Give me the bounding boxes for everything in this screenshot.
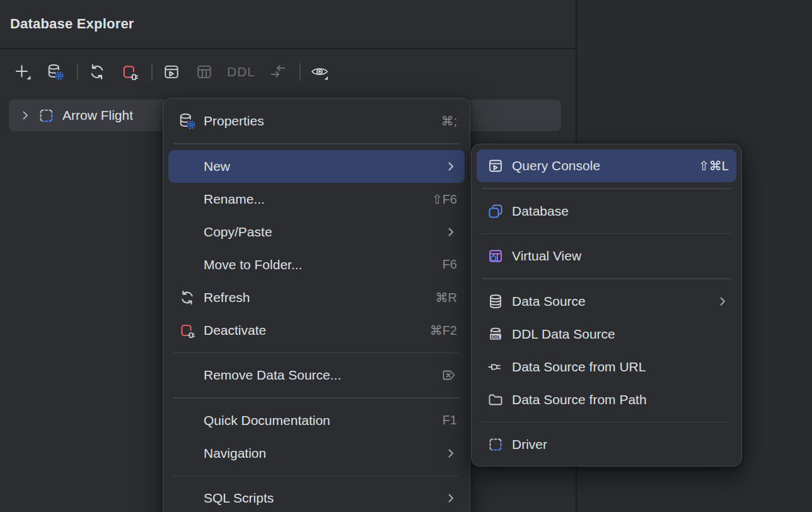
plug-icon	[487, 358, 504, 376]
compare-arrows-icon	[269, 63, 287, 81]
menu-item-label: Properties	[204, 113, 432, 129]
submenu-item-data-source-from-path[interactable]: Data Source from Path	[477, 383, 736, 416]
chevron-right-icon[interactable]	[18, 108, 33, 123]
menu-separator	[482, 422, 731, 423]
menu-separator	[482, 278, 731, 279]
svg-text:DDL: DDL	[490, 334, 501, 339]
query-console-icon	[487, 157, 504, 175]
menu-item-label: Virtual View	[512, 248, 729, 264]
context-menu: Properties ⌘; New Rename... ⇧F6 Copy/Pas…	[163, 98, 470, 512]
menu-item-properties[interactable]: Properties ⌘;	[168, 105, 465, 137]
menu-item-label: Data Source from URL	[512, 359, 729, 375]
database-settings-icon	[178, 112, 196, 130]
database-cylinder-icon	[487, 293, 504, 310]
menu-item-sql-scripts[interactable]: SQL Scripts	[168, 482, 465, 512]
menu-item-label: Query Console	[512, 158, 690, 173]
menu-item-label: Move to Folder...	[204, 257, 434, 272]
menu-item-shortcut: ⌘;	[441, 113, 457, 129]
menu-item-navigation[interactable]: Navigation	[168, 437, 465, 470]
page-title: Database Explorer	[10, 16, 134, 32]
ddl-data-source-icon: DDL	[487, 325, 504, 343]
menu-item-shortcut: F6	[443, 257, 457, 272]
refresh-icon	[178, 289, 196, 306]
query-console-icon	[163, 63, 180, 81]
menu-item-label: Driver	[512, 437, 729, 452]
menu-item-new[interactable]: New	[168, 150, 465, 183]
panel-header: Database Explorer	[0, 0, 576, 49]
database-squares-icon	[487, 202, 504, 220]
ddl-text-icon: DDL	[224, 64, 258, 79]
refresh-icon	[88, 63, 106, 81]
add-data-source-button[interactable]	[10, 59, 35, 84]
jump-to-query-console-button[interactable]	[159, 59, 184, 84]
eye-icon	[310, 62, 329, 81]
submenu-chevron-icon	[444, 492, 457, 504]
menu-item-shortcut: ⇧⌘L	[699, 158, 729, 173]
data-source-properties-button[interactable]	[43, 59, 68, 84]
menu-item-copy-paste[interactable]: Copy/Paste	[168, 216, 465, 248]
icon-spacer	[178, 256, 196, 274]
deactivate-button[interactable]	[117, 59, 142, 84]
submenu-item-driver[interactable]: Driver	[477, 428, 736, 461]
menu-item-refresh[interactable]: Refresh ⌘R	[168, 281, 465, 314]
menu-item-label: Remove Data Source...	[204, 368, 432, 383]
menu-separator	[173, 352, 460, 354]
compare-button[interactable]	[265, 59, 291, 84]
icon-spacer	[178, 412, 196, 429]
icon-spacer	[178, 158, 196, 175]
menu-item-label: DDL Data Source	[512, 327, 729, 342]
menu-item-label: Database	[512, 204, 729, 219]
menu-separator	[173, 475, 460, 477]
delete-right-icon	[441, 367, 457, 383]
menu-item-shortcut: ⌘F2	[430, 323, 457, 338]
submenu-item-data-source-from-url[interactable]: Data Source from URL	[477, 351, 736, 383]
tree-item-label: Arrow Flight	[62, 108, 133, 123]
submenu-chevron-icon	[444, 160, 457, 173]
toolbar-separator	[151, 63, 153, 81]
icon-spacer	[178, 445, 196, 462]
database-settings-icon	[47, 63, 64, 81]
menu-separator	[173, 397, 460, 399]
view-options-button[interactable]	[307, 59, 332, 84]
menu-item-shortcut: ⌘R	[436, 290, 457, 305]
submenu-item-virtual-view[interactable]: Virtual View	[477, 240, 736, 272]
menu-item-deactivate[interactable]: Deactivate ⌘F2	[168, 314, 465, 347]
submenu-chevron-icon	[444, 226, 457, 238]
add-icon	[13, 62, 32, 81]
submenu-item-query-console[interactable]: Query Console ⇧⌘L	[477, 149, 736, 182]
submenu-item-data-source[interactable]: Data Source	[477, 285, 736, 318]
menu-item-label: Data Source	[512, 294, 707, 309]
driver-icon	[38, 107, 55, 124]
folder-icon	[487, 391, 504, 409]
icon-spacer	[178, 190, 196, 208]
menu-item-move-to-folder[interactable]: Move to Folder... F6	[168, 248, 465, 281]
menu-item-label: Refresh	[204, 290, 427, 305]
submenu-item-database[interactable]: Database	[477, 195, 736, 228]
menu-item-label: Copy/Paste	[204, 224, 436, 240]
menu-item-label: Navigation	[204, 446, 436, 461]
open-table-button[interactable]	[192, 59, 217, 84]
icon-spacer	[178, 489, 196, 507]
menu-item-label: New	[204, 159, 436, 174]
refresh-button[interactable]	[84, 59, 110, 84]
deactivate-plug-icon	[121, 63, 139, 81]
menu-item-remove-data-source[interactable]: Remove Data Source...	[168, 359, 465, 392]
generate-ddl-button[interactable]: DDL	[224, 59, 258, 84]
virtual-view-icon	[487, 247, 504, 265]
menu-item-quick-documentation[interactable]: Quick Documentation F1	[168, 404, 465, 437]
menu-item-shortcut: F1	[443, 413, 457, 428]
icon-spacer	[178, 366, 196, 384]
table-icon	[195, 63, 213, 81]
new-submenu: Query Console ⇧⌘L Database	[471, 144, 742, 467]
submenu-item-ddl-data-source[interactable]: DDL DDL Data Source	[477, 318, 736, 351]
toolbar-separator	[77, 63, 78, 81]
menu-item-rename[interactable]: Rename... ⇧F6	[168, 183, 465, 216]
deactivate-plug-icon	[178, 322, 196, 339]
menu-item-label: SQL Scripts	[204, 491, 436, 506]
menu-item-label: Rename...	[204, 192, 423, 207]
menu-separator	[482, 188, 731, 189]
icon-spacer	[178, 223, 196, 241]
toolbar: DDL	[0, 49, 576, 95]
menu-item-label: Data Source from Path	[512, 392, 729, 407]
menu-item-shortcut: ⇧F6	[432, 192, 457, 207]
